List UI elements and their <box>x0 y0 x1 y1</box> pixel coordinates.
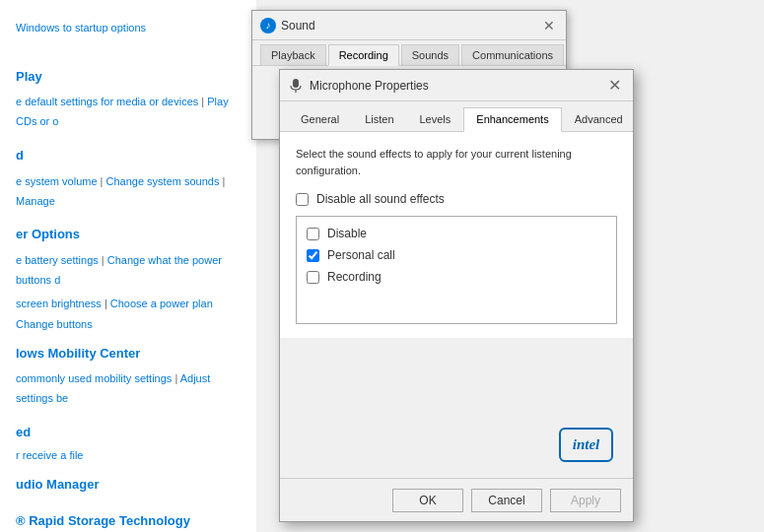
tab-general[interactable]: General <box>288 107 352 131</box>
bg-link-sounds[interactable]: Change system sounds <box>106 175 220 187</box>
bg-link-volume[interactable]: e system volume <box>16 175 98 187</box>
bg-link-receive[interactable]: r receive a file <box>16 449 83 461</box>
disable-all-label[interactable]: Disable all sound effects <box>316 192 445 206</box>
sound-tab-recording[interactable]: Recording <box>328 44 399 66</box>
mic-titlebar: Microphone Properties ✕ <box>280 70 633 101</box>
tab-advanced[interactable]: Advanced <box>562 107 636 131</box>
sound-dialog-close-button[interactable]: ✕ <box>540 17 558 34</box>
bg-link-mobility[interactable]: commonly used mobility settings <box>16 372 172 384</box>
bg-section-mobility: lows Mobility Center <box>8 340 248 368</box>
bg-link-power-plan[interactable]: Choose a power plan <box>110 298 213 309</box>
bg-section-rst: ® Rapid Storage Technology <box>8 507 248 532</box>
tab-enhancements[interactable]: Enhancements <box>463 107 561 132</box>
bg-section-audio: udio Manager <box>8 471 248 499</box>
bg-link-startup: Windows to startup options <box>8 16 248 41</box>
svg-rect-0 <box>293 79 299 88</box>
sound-tab-playback[interactable]: Playback <box>260 44 326 65</box>
effect-recording-label[interactable]: Recording <box>327 270 382 284</box>
mic-description: Select the sound effects to apply for yo… <box>296 146 617 178</box>
effect-personal-call-label[interactable]: Personal call <box>327 248 395 262</box>
bg-link-brightness[interactable]: screen brightness <box>16 298 102 309</box>
mic-title-area: Microphone Properties <box>288 78 429 94</box>
bg-link-manage[interactable]: Manage <box>16 195 55 207</box>
effect-personal-call-row: Personal call <box>307 248 606 262</box>
mic-icon <box>288 78 304 94</box>
effect-recording-checkbox[interactable] <box>307 271 319 284</box>
sound-tab-communications[interactable]: Communications <box>461 44 564 65</box>
effect-disable-checkbox[interactable] <box>307 228 319 240</box>
bg-link-default[interactable]: e default settings for media or devices <box>16 96 198 107</box>
effects-box: Disable Personal call Recording <box>296 216 617 324</box>
sound-dialog-title-area: ♪ Sound <box>260 18 315 33</box>
mic-dialog-title-text: Microphone Properties <box>310 79 429 93</box>
mic-footer: OK Cancel Apply <box>280 478 633 521</box>
bg-link-battery[interactable]: e battery settings <box>16 254 99 266</box>
intel-logo: intel <box>559 428 613 462</box>
mic-tabs: General Listen Levels Enhancements Advan… <box>280 101 633 132</box>
tab-levels[interactable]: Levels <box>407 107 464 131</box>
microphone-properties-dialog: Microphone Properties ✕ General Listen L… <box>279 69 634 522</box>
bg-section-ed: ed <box>8 419 248 447</box>
effect-recording-row: Recording <box>307 270 606 284</box>
sound-dialog-titlebar: ♪ Sound ✕ <box>252 11 566 40</box>
effect-personal-call-checkbox[interactable] <box>307 249 319 262</box>
bg-link-change-buttons[interactable]: Change buttons <box>16 318 93 330</box>
bg-section-power: er Options <box>8 221 248 249</box>
tab-listen[interactable]: Listen <box>352 107 406 131</box>
mic-dialog-close-button[interactable]: ✕ <box>603 75 625 97</box>
bg-section-sound: d <box>8 142 248 170</box>
effect-disable-label[interactable]: Disable <box>327 227 367 240</box>
sound-tabs: Playback Recording Sounds Communications <box>252 40 566 66</box>
effect-disable-row: Disable <box>307 227 606 240</box>
sound-tab-sounds[interactable]: Sounds <box>401 44 459 65</box>
bg-section-play: Play <box>8 63 248 92</box>
cancel-button[interactable]: Cancel <box>471 489 542 512</box>
disable-all-checkbox[interactable] <box>296 193 309 206</box>
disable-all-row: Disable all sound effects <box>296 192 617 206</box>
apply-button[interactable]: Apply <box>550 489 621 512</box>
ok-button[interactable]: OK <box>392 489 463 512</box>
intel-logo-area: intel <box>559 428 613 462</box>
mic-body: Select the sound effects to apply for yo… <box>280 132 633 338</box>
background-panel: Windows to startup options Play e defaul… <box>0 0 256 532</box>
sound-dialog-title-text: Sound <box>281 19 315 33</box>
sound-icon: ♪ <box>260 18 276 33</box>
